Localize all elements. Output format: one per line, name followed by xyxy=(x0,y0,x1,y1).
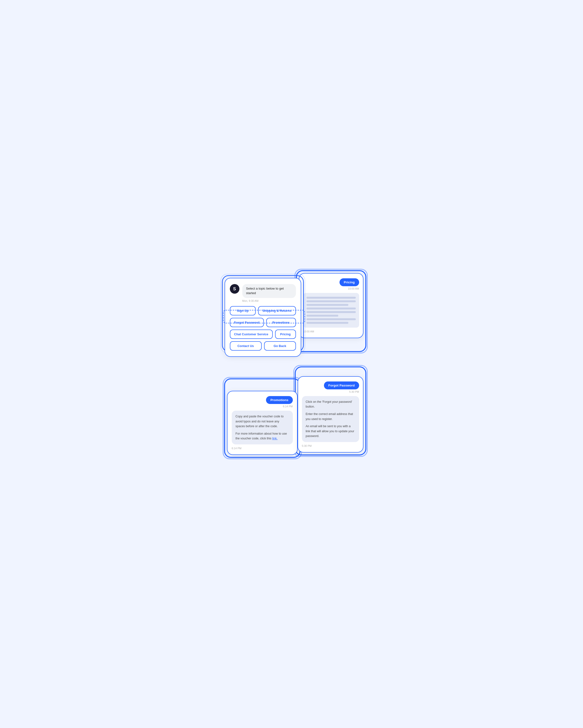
forgot-password-button[interactable]: Forgot Password xyxy=(230,318,264,327)
promotions-timestamp-bot: 6:14 PM xyxy=(232,447,293,450)
promotions-card: Promotions 6:14 PM Copy and paste the vo… xyxy=(227,391,298,455)
placeholder-line xyxy=(306,315,338,317)
scene: S Select a topic below to get started Mo… xyxy=(220,273,363,455)
promotions-user-bubble: Promotions xyxy=(266,396,293,404)
pricing-response-placeholder xyxy=(303,293,359,328)
placeholder-line xyxy=(306,318,356,320)
promotions-bot-text-2: For more information about how to use th… xyxy=(235,431,289,441)
placeholder-line xyxy=(306,308,356,309)
promotions-user-bubble-wrap: Promotions xyxy=(232,396,293,404)
topic-grid: Sign Up Shipping & Returns Forgot Passwo… xyxy=(230,306,296,350)
promotions-bot-bubble: Copy and paste the voucher code to avoid… xyxy=(232,411,293,444)
chat-customer-service-button[interactable]: Chat Customer Service xyxy=(230,330,273,339)
forgot-bot-text-3: An email will be sent to you with a link… xyxy=(306,424,355,439)
pricing-card: Pricing 10:00 AM 10:00 AM xyxy=(299,273,363,338)
forgot-timestamp-bot: 5:30 PM xyxy=(302,444,359,447)
placeholder-line xyxy=(306,304,348,306)
chat-header: S Select a topic below to get started xyxy=(230,284,296,298)
promotions-link[interactable]: link. xyxy=(272,437,278,440)
forgot-bot-text-1: Click on the 'Forgot your password' butt… xyxy=(306,399,355,409)
placeholder-line xyxy=(306,300,356,302)
timestamp-main: Mon, 9:30 AM xyxy=(242,300,296,302)
forgot-user-bubble-wrap: Forgot Password xyxy=(302,382,359,389)
placeholder-line xyxy=(306,322,348,324)
topic-row-4: Contact Us Go Back xyxy=(230,341,296,350)
topic-row-3: Chat Customer Service Pricing xyxy=(230,330,296,339)
topic-selector-card: S Select a topic below to get started Mo… xyxy=(225,278,301,357)
promotions-button[interactable]: Promotions xyxy=(266,318,296,327)
pricing-timestamp-user: 10:00 AM xyxy=(303,287,359,290)
promotions-timestamp-user: 6:14 PM xyxy=(232,405,293,408)
sign-up-button[interactable]: Sign Up xyxy=(230,306,256,315)
forgot-bot-bubble: Click on the 'Forgot your password' butt… xyxy=(302,396,359,442)
forgot-user-bubble: Forgot Password xyxy=(324,382,359,389)
pricing-button[interactable]: Pricing xyxy=(275,330,296,339)
topic-row-1: Sign Up Shipping & Returns xyxy=(230,306,296,315)
contact-us-button[interactable]: Contact Us xyxy=(230,341,262,350)
promotions-bot-text-1: Copy and paste the voucher code to avoid… xyxy=(235,414,289,429)
pricing-user-bubble-wrap: Pricing xyxy=(303,278,359,286)
forgot-bot-text-2: Enter the correct email address that you… xyxy=(306,412,355,421)
shipping-returns-button[interactable]: Shipping & Returns xyxy=(258,306,296,315)
bot-message-bubble: Select a topic below to get started xyxy=(242,284,296,298)
forgot-password-card: Forgot Password 5:30 PM Click on the 'Fo… xyxy=(298,376,363,452)
forgot-timestamp-user: 5:30 PM xyxy=(302,390,359,393)
pricing-user-bubble: Pricing xyxy=(339,278,359,286)
go-back-button[interactable]: Go Back xyxy=(264,341,296,350)
avatar: S xyxy=(230,284,239,294)
topic-row-2: Forgot Password Promotions xyxy=(230,318,296,327)
placeholder-line xyxy=(306,297,356,299)
pricing-timestamp-bot: 10:00 AM xyxy=(303,330,359,333)
placeholder-line xyxy=(306,311,356,313)
